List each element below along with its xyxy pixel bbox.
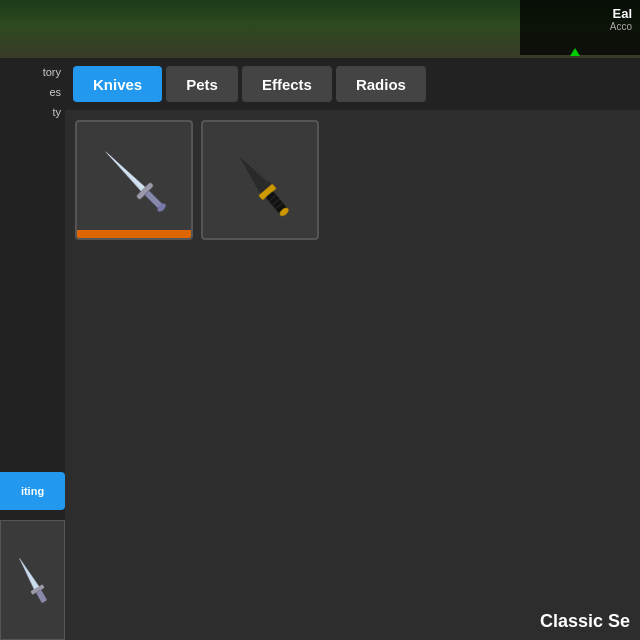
equipped-knife-icon (5, 553, 60, 608)
username-label: Eal (612, 6, 632, 21)
svg-marker-14 (17, 556, 40, 590)
item-card-classic-knife[interactable] (75, 120, 193, 240)
inventory-panel: tory es ty Knives Pets Effects Radios (0, 58, 640, 640)
classic-knife-icon (89, 135, 179, 225)
equipped-indicator (77, 230, 191, 238)
item-name-label: Classic Se (540, 611, 630, 632)
items-grid (65, 110, 640, 640)
tab-radios[interactable]: Radios (336, 66, 426, 102)
equipped-display (0, 520, 65, 640)
account-label: Acco (610, 21, 632, 32)
tab-knives[interactable]: Knives (73, 66, 162, 102)
tab-bar: Knives Pets Effects Radios (65, 58, 640, 110)
svg-line-4 (108, 153, 143, 188)
item-card-bowie-knife[interactable] (201, 120, 319, 240)
user-info-panel: Eal Acco (520, 0, 640, 55)
sidebar-item-2[interactable]: ty (0, 102, 65, 122)
sidebar-item-1[interactable]: es (0, 82, 65, 102)
tab-pets[interactable]: Pets (166, 66, 238, 102)
green-arrow-indicator (570, 48, 580, 56)
tab-effects[interactable]: Effects (242, 66, 332, 102)
bowie-knife-icon (215, 135, 305, 225)
inventory-partial-label: tory (0, 58, 65, 82)
equipping-button[interactable]: iting (0, 472, 65, 510)
